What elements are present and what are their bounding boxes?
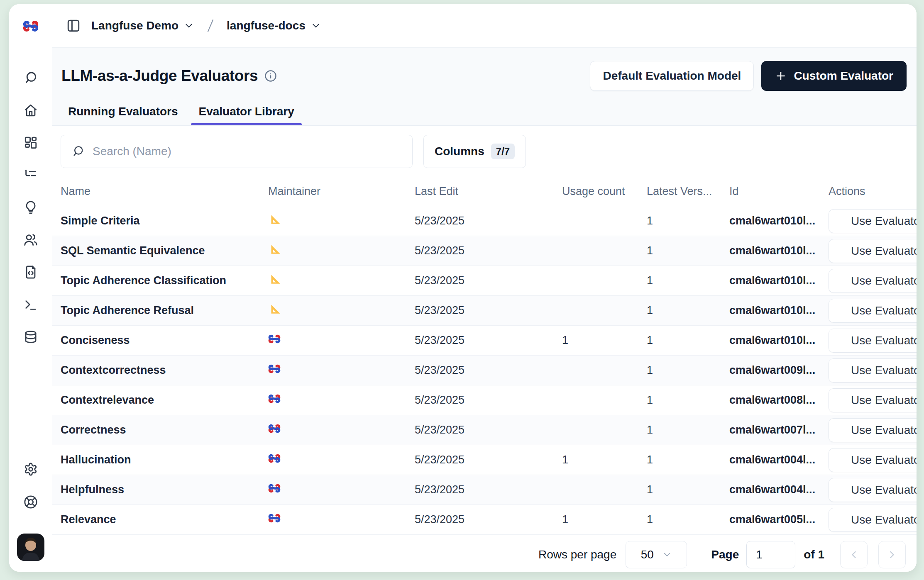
org-name: Langfuse Demo (91, 19, 178, 32)
table-header-row: Name Maintainer Last Edit Usage count La… (52, 177, 917, 206)
page-header: LLM-as-a-Judge Evaluators Default Evalua… (52, 48, 917, 126)
rows-per-page-label: Rows per page (538, 548, 616, 561)
use-evaluator-button[interactable]: Use Evaluator (829, 448, 917, 472)
custom-evaluator-button[interactable]: Custom Evaluator (761, 61, 907, 91)
latest-version-value: 1 (647, 394, 729, 407)
search-input[interactable] (93, 145, 401, 158)
dashboard-icon[interactable] (24, 136, 38, 150)
evaluator-name: Helpfulness (61, 483, 268, 496)
sidebar-nav (24, 71, 38, 344)
langfuse-maintainer-icon (268, 512, 281, 524)
use-evaluator-button[interactable]: Use Evaluator (829, 269, 917, 293)
table-row[interactable]: SQL Semantic Equivalence 5/23/2025 1 cma… (52, 236, 917, 266)
column-header-maintainer[interactable]: Maintainer (268, 185, 415, 198)
use-evaluator-button[interactable]: Use Evaluator (829, 418, 917, 442)
langfuse-maintainer-icon (268, 422, 281, 435)
use-evaluator-button[interactable]: Use Evaluator (829, 209, 917, 233)
column-header-usage-count[interactable]: Usage count (562, 185, 647, 198)
main-area: Langfuse Demo langfuse-docs LLM-as-a-Jud… (52, 4, 917, 572)
table-toolbar: Columns 7/7 (52, 126, 917, 177)
langfuse-logo[interactable] (9, 4, 52, 48)
use-evaluator-button[interactable]: Use Evaluator (829, 358, 917, 383)
latest-version-value: 1 (647, 364, 729, 377)
table-row[interactable]: Simple Criteria 5/23/2025 1 cmal6wart010… (52, 206, 917, 236)
table-row[interactable]: Helpfulness 5/23/2025 1 cmal6wart004l...… (52, 475, 917, 505)
ragas-maintainer-icon (268, 273, 281, 285)
org-selector[interactable]: Langfuse Demo (91, 19, 194, 32)
maintainer-cell (268, 512, 415, 527)
maintainer-cell (268, 273, 415, 288)
maintainer-cell (268, 452, 415, 468)
app-window: Langfuse Demo langfuse-docs LLM-as-a-Jud… (9, 4, 917, 572)
use-evaluator-button[interactable]: Use Evaluator (829, 388, 917, 412)
column-header-last-edit[interactable]: Last Edit (415, 185, 562, 198)
chevron-down-icon (310, 20, 321, 31)
evaluator-name: Relevance (61, 513, 268, 526)
home-icon[interactable] (24, 103, 38, 117)
table-row[interactable]: Contextcorrectness 5/23/2025 1 cmal6wart… (52, 356, 917, 385)
latest-version-value: 1 (647, 244, 729, 257)
search-icon[interactable] (24, 71, 38, 85)
sidebar-toggle-icon[interactable] (66, 19, 81, 33)
playground-terminal-icon[interactable] (24, 297, 38, 312)
ragas-maintainer-icon (268, 213, 281, 226)
column-header-id[interactable]: Id (729, 185, 829, 198)
ragas-maintainer-icon (268, 243, 281, 256)
default-evaluation-model-button[interactable]: Default Evaluation Model (590, 61, 754, 91)
project-selector[interactable]: langfuse-docs (227, 19, 321, 32)
rows-per-page-select[interactable]: 50 (626, 541, 687, 568)
table-row[interactable]: Relevance 5/23/2025 1 1 cmal6wart005l...… (52, 505, 917, 535)
tab-running-evaluators[interactable]: Running Evaluators (68, 105, 178, 125)
tracing-tree-icon[interactable] (24, 168, 38, 182)
database-icon[interactable] (24, 330, 38, 344)
use-evaluator-button[interactable]: Use Evaluator (829, 299, 917, 323)
maintainer-cell (268, 303, 415, 318)
page-number-input[interactable] (756, 548, 789, 561)
column-header-name[interactable]: Name (61, 185, 268, 198)
table-row[interactable]: Conciseness 5/23/2025 1 1 cmal6wart010l.… (52, 326, 917, 356)
maintainer-cell (268, 333, 415, 348)
evaluator-name: Correctness (61, 424, 268, 436)
plus-icon (775, 70, 787, 82)
use-evaluator-button[interactable]: Use Evaluator (829, 329, 917, 353)
next-page-button[interactable] (878, 541, 906, 568)
icon-sidebar (9, 4, 52, 572)
users-icon[interactable] (24, 233, 38, 247)
info-icon[interactable] (264, 70, 277, 82)
columns-button[interactable]: Columns 7/7 (423, 135, 526, 168)
support-lifebuoy-icon[interactable] (24, 495, 38, 509)
user-avatar[interactable] (17, 534, 44, 561)
ragas-maintainer-icon (268, 303, 281, 315)
table-row[interactable]: Topic Adherence Classification 5/23/2025… (52, 266, 917, 296)
tab-evaluator-library[interactable]: Evaluator Library (198, 105, 294, 125)
maintainer-cell (268, 213, 415, 229)
page-label: Page (711, 548, 739, 561)
previous-page-button[interactable] (840, 541, 868, 568)
latest-version-value: 1 (647, 483, 729, 496)
table-row[interactable]: Correctness 5/23/2025 1 cmal6wart007l...… (52, 415, 917, 445)
use-evaluator-button[interactable]: Use Evaluator (829, 239, 917, 263)
use-evaluator-button[interactable]: Use Evaluator (829, 478, 917, 502)
settings-gear-icon[interactable] (24, 462, 38, 476)
table-row[interactable]: Hallucination 5/23/2025 1 1 cmal6wart004… (52, 445, 917, 475)
datasets-file-code-icon[interactable] (24, 265, 38, 279)
evaluator-name: Simple Criteria (61, 214, 268, 227)
table-row[interactable]: Topic Adherence Refusal 5/23/2025 1 cmal… (52, 296, 917, 326)
latest-version-value: 1 (647, 424, 729, 436)
table-row[interactable]: Contextrelevance 5/23/2025 1 cmal6wart00… (52, 385, 917, 415)
usage-count-value: 1 (562, 453, 647, 466)
evaluator-name: Contextcorrectness (61, 364, 268, 377)
latest-version-value: 1 (647, 453, 729, 466)
page-total-label: of 1 (804, 548, 824, 561)
evaluator-id-value: cmal6wart010l... (729, 304, 829, 317)
evaluator-id-value: cmal6wart010l... (729, 274, 829, 287)
maintainer-cell (268, 392, 415, 408)
last-edit-value: 5/23/2025 (415, 214, 562, 227)
use-evaluator-button[interactable]: Use Evaluator (829, 508, 917, 532)
page-title: LLM-as-a-Judge Evaluators (61, 67, 258, 85)
last-edit-value: 5/23/2025 (415, 274, 562, 287)
column-header-latest-version[interactable]: Latest Vers... (647, 185, 729, 198)
prompts-lightbulb-icon[interactable] (24, 200, 38, 214)
last-edit-value: 5/23/2025 (415, 483, 562, 496)
latest-version-value: 1 (647, 304, 729, 317)
